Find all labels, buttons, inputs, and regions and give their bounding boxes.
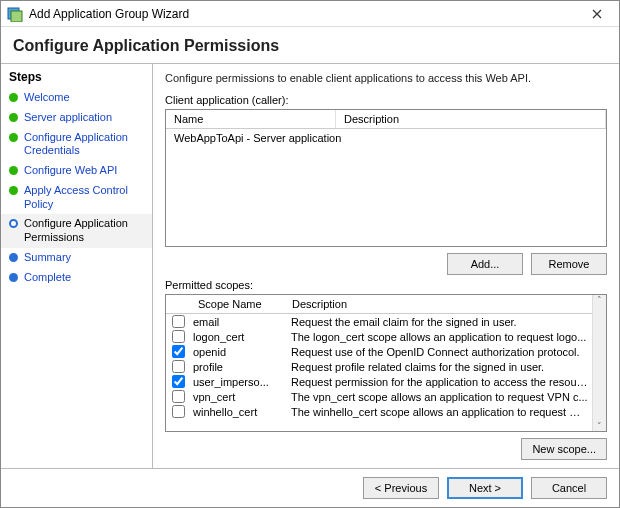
step-bullet-icon xyxy=(9,166,18,175)
scope-description: Request use of the OpenID Connect author… xyxy=(285,346,588,358)
scope-checkbox[interactable] xyxy=(172,360,185,373)
scope-name: logon_cert xyxy=(191,331,281,343)
scopes-list[interactable]: Scope Name Description emailRequest the … xyxy=(165,294,607,432)
scope-name: openid xyxy=(191,346,281,358)
step-item[interactable]: Configure Web API xyxy=(1,161,152,181)
step-label: Summary xyxy=(24,251,71,265)
step-bullet-icon xyxy=(9,133,18,142)
client-row-name: WebAppToApi - Server application xyxy=(174,132,344,144)
page-heading: Configure Application Permissions xyxy=(1,27,619,63)
close-button[interactable] xyxy=(581,4,613,24)
step-label: Apply Access Control Policy xyxy=(24,184,144,212)
new-scope-button[interactable]: New scope... xyxy=(521,438,607,460)
step-bullet-icon xyxy=(9,273,18,282)
step-label: Complete xyxy=(24,271,71,285)
remove-button[interactable]: Remove xyxy=(531,253,607,275)
step-label: Configure Application Permissions xyxy=(24,217,144,245)
svg-rect-1 xyxy=(11,11,22,22)
client-row-description xyxy=(344,132,598,144)
steps-sidebar: Steps WelcomeServer applicationConfigure… xyxy=(1,64,153,468)
scope-checkbox[interactable] xyxy=(172,345,185,358)
scope-checkbox[interactable] xyxy=(172,390,185,403)
client-header-description[interactable]: Description xyxy=(336,110,606,128)
previous-button[interactable]: < Previous xyxy=(363,477,439,499)
step-item[interactable]: Configure Application Credentials xyxy=(1,128,152,162)
step-item[interactable]: Configure Application Permissions xyxy=(1,214,152,248)
scope-row[interactable]: user_imperso...Request permission for th… xyxy=(166,374,592,389)
scope-row[interactable]: openidRequest use of the OpenID Connect … xyxy=(166,344,592,359)
scope-description: Request profile related claims for the s… xyxy=(285,361,588,373)
cancel-button[interactable]: Cancel xyxy=(531,477,607,499)
scope-description: Request the email claim for the signed i… xyxy=(285,316,588,328)
scope-checkbox[interactable] xyxy=(172,315,185,328)
step-item[interactable]: Apply Access Control Policy xyxy=(1,181,152,215)
scope-checkbox[interactable] xyxy=(172,330,185,343)
step-label: Welcome xyxy=(24,91,70,105)
scroll-down-icon[interactable]: ˅ xyxy=(597,421,602,431)
client-app-label: Client application (caller): xyxy=(165,94,607,106)
step-bullet-icon xyxy=(9,253,18,262)
step-label: Configure Application Credentials xyxy=(24,131,144,159)
intro-text: Configure permissions to enable client a… xyxy=(165,72,607,84)
window-title: Add Application Group Wizard xyxy=(29,7,581,21)
step-bullet-icon xyxy=(9,186,18,195)
scope-description: Request permission for the application t… xyxy=(285,376,588,388)
step-item[interactable]: Welcome xyxy=(1,88,152,108)
scope-name: email xyxy=(191,316,281,328)
step-item[interactable]: Summary xyxy=(1,248,152,268)
scopes-label: Permitted scopes: xyxy=(165,279,607,291)
client-app-list[interactable]: Name Description WebAppToApi - Server ap… xyxy=(165,109,607,247)
wizard-footer: < Previous Next > Cancel xyxy=(1,468,619,507)
titlebar: Add Application Group Wizard xyxy=(1,1,619,27)
step-bullet-icon xyxy=(9,219,18,228)
step-label: Server application xyxy=(24,111,112,125)
scope-description: The logon_cert scope allows an applicati… xyxy=(285,331,588,343)
scope-row[interactable]: winhello_certThe winhello_cert scope all… xyxy=(166,404,592,419)
scope-name: winhello_cert xyxy=(191,406,281,418)
scope-description: The winhello_cert scope allows an applic… xyxy=(285,406,588,418)
app-icon xyxy=(7,6,23,22)
client-list-header: Name Description xyxy=(166,110,606,129)
scope-checkbox[interactable] xyxy=(172,405,185,418)
step-bullet-icon xyxy=(9,93,18,102)
scopes-header: Scope Name Description xyxy=(166,295,606,314)
main-area: Steps WelcomeServer applicationConfigure… xyxy=(1,63,619,468)
scope-description: The vpn_cert scope allows an application… xyxy=(285,391,588,403)
steps-title: Steps xyxy=(1,68,152,88)
scope-name: vpn_cert xyxy=(191,391,281,403)
scopes-header-description[interactable]: Description xyxy=(286,298,602,310)
wizard-window: Add Application Group Wizard Configure A… xyxy=(0,0,620,508)
step-item[interactable]: Complete xyxy=(1,268,152,288)
next-button[interactable]: Next > xyxy=(447,477,523,499)
content-panel: Configure permissions to enable client a… xyxy=(153,64,619,468)
scope-name: user_imperso... xyxy=(191,376,281,388)
scope-row[interactable]: vpn_certThe vpn_cert scope allows an app… xyxy=(166,389,592,404)
step-label: Configure Web API xyxy=(24,164,117,178)
scopes-scrollbar[interactable]: ˄ ˅ xyxy=(592,295,606,431)
add-button[interactable]: Add... xyxy=(447,253,523,275)
scope-row[interactable]: emailRequest the email claim for the sig… xyxy=(166,314,592,329)
scroll-up-icon[interactable]: ˄ xyxy=(597,295,602,305)
step-bullet-icon xyxy=(9,113,18,122)
scope-row[interactable]: logon_certThe logon_cert scope allows an… xyxy=(166,329,592,344)
scope-row[interactable]: profileRequest profile related claims fo… xyxy=(166,359,592,374)
scopes-header-name[interactable]: Scope Name xyxy=(192,298,282,310)
step-item[interactable]: Server application xyxy=(1,108,152,128)
scope-name: profile xyxy=(191,361,281,373)
client-app-row[interactable]: WebAppToApi - Server application xyxy=(166,129,606,147)
scope-checkbox[interactable] xyxy=(172,375,185,388)
client-header-name[interactable]: Name xyxy=(166,110,336,128)
